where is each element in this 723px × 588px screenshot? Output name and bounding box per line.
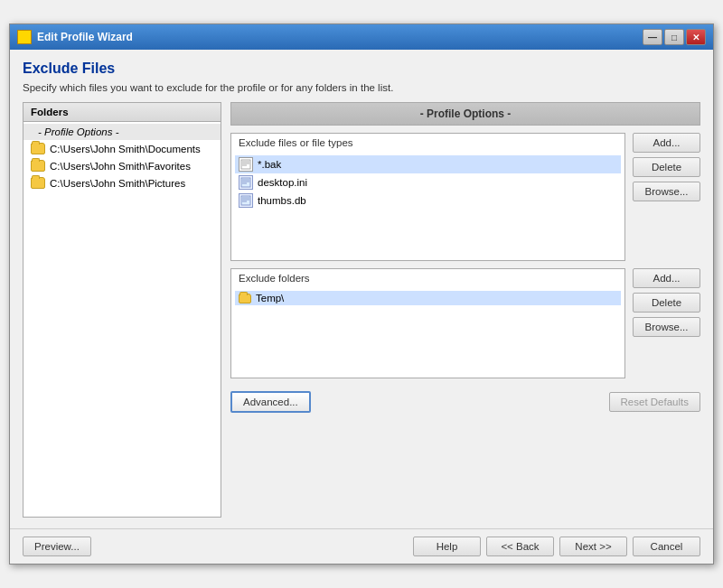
exclude-folders-box: Exclude folders Temp\ — [230, 268, 625, 378]
file-icon-db — [239, 193, 253, 208]
folder-list: - Profile Options - C:\Users\John Smith\… — [23, 122, 221, 193]
window-icon — [17, 30, 32, 44]
delete-folder-button[interactable]: Delete — [633, 293, 700, 313]
advanced-button[interactable]: Advanced... — [230, 391, 311, 413]
folder-icon-temp — [239, 294, 251, 303]
file-icon-bak — [239, 157, 253, 172]
main-layout: Folders - Profile Options - C:\Users\Joh… — [23, 102, 700, 518]
right-panel: - Profile Options - Exclude files or fil… — [230, 102, 700, 518]
delete-file-button[interactable]: Delete — [633, 157, 700, 177]
folders-panel: Folders - Profile Options - C:\Users\Joh… — [23, 102, 221, 518]
page-title: Exclude Files — [23, 61, 700, 77]
exclude-folders-buttons: Add... Delete Browse... — [633, 268, 700, 337]
folder-icon-pictures — [31, 177, 45, 189]
exclude-folders-list: Temp\ — [231, 287, 624, 378]
folder-label-pictures: C:\Users\John Smith\Pictures — [50, 178, 185, 189]
browse-file-button[interactable]: Browse... — [633, 182, 700, 201]
main-window: Edit Profile Wizard — □ ✕ Exclude Files … — [9, 23, 714, 565]
back-button[interactable]: << Back — [486, 537, 554, 556]
exclude-files-row: Exclude files or file types *.bak — [230, 133, 700, 268]
page-subtitle: Specify which files you want to exclude … — [23, 82, 700, 93]
bottom-bar-right: Help << Back Next >> Cancel — [413, 537, 700, 556]
folder-item-favorites[interactable]: C:\Users\John Smith\Favorites — [23, 157, 221, 174]
exclude-files-label: Exclude files or file types — [231, 134, 624, 152]
preview-button[interactable]: Preview... — [23, 537, 91, 556]
title-bar: Edit Profile Wizard — □ ✕ — [10, 24, 713, 50]
window-content: Exclude Files Specify which files you wa… — [10, 50, 713, 528]
bottom-bar: Preview... Help << Back Next >> Cancel — [10, 528, 713, 564]
next-button[interactable]: Next >> — [559, 537, 627, 556]
exclude-folders-row: Exclude folders Temp\ Add... Delete — [230, 268, 700, 386]
exclude-files-section: Exclude files or file types *.bak — [230, 133, 625, 268]
file-item-bak[interactable]: *.bak — [235, 155, 621, 173]
help-button[interactable]: Help — [413, 537, 481, 556]
folder-icon-favorites — [31, 160, 45, 172]
file-item-db[interactable]: thumbs.db — [235, 191, 621, 210]
exclude-folders-label: Exclude folders — [231, 269, 624, 287]
exclude-files-list: *.bak desktop.ini — [231, 152, 624, 260]
title-bar-controls: — □ ✕ — [643, 29, 706, 45]
window-title: Edit Profile Wizard — [37, 31, 133, 43]
cancel-button[interactable]: Cancel — [633, 537, 700, 556]
advanced-row: Advanced... Reset Defaults — [230, 391, 700, 413]
file-name-db: thumbs.db — [258, 195, 306, 206]
folder-name-temp: Temp\ — [256, 293, 284, 303]
file-icon-ini — [239, 175, 253, 190]
folder-item-documents[interactable]: C:\Users\John Smith\Documents — [23, 140, 221, 157]
profile-options-label: - Profile Options - — [38, 126, 118, 137]
folder-item-pictures[interactable]: C:\Users\John Smith\Pictures — [23, 174, 221, 191]
exclude-folders-section: Exclude folders Temp\ — [230, 268, 625, 386]
folder-icon-documents — [31, 143, 45, 154]
profile-options-header: - Profile Options - — [230, 102, 700, 126]
folder-label-favorites: C:\Users\John Smith\Favorites — [50, 161, 191, 172]
add-folder-button[interactable]: Add... — [633, 268, 700, 288]
file-name-bak: *.bak — [258, 159, 281, 170]
file-item-ini[interactable]: desktop.ini — [235, 173, 621, 191]
reset-defaults-button[interactable]: Reset Defaults — [609, 392, 700, 412]
close-button[interactable]: ✕ — [686, 29, 706, 45]
exclude-files-box: Exclude files or file types *.bak — [230, 133, 625, 261]
title-bar-left: Edit Profile Wizard — [17, 30, 133, 44]
exclude-files-buttons: Add... Delete Browse... — [633, 133, 700, 201]
minimize-button[interactable]: — — [643, 29, 662, 45]
folders-box: Folders - Profile Options - C:\Users\Joh… — [23, 102, 221, 518]
maximize-button[interactable]: □ — [664, 29, 684, 45]
folder-item-profile[interactable]: - Profile Options - — [23, 124, 221, 140]
add-file-button[interactable]: Add... — [633, 133, 700, 153]
folder-label-documents: C:\Users\John Smith\Documents — [50, 144, 201, 154]
folders-header: Folders — [23, 103, 221, 122]
browse-folder-button[interactable]: Browse... — [633, 317, 700, 337]
file-name-ini: desktop.ini — [258, 177, 307, 188]
folder-item-temp[interactable]: Temp\ — [235, 291, 621, 305]
